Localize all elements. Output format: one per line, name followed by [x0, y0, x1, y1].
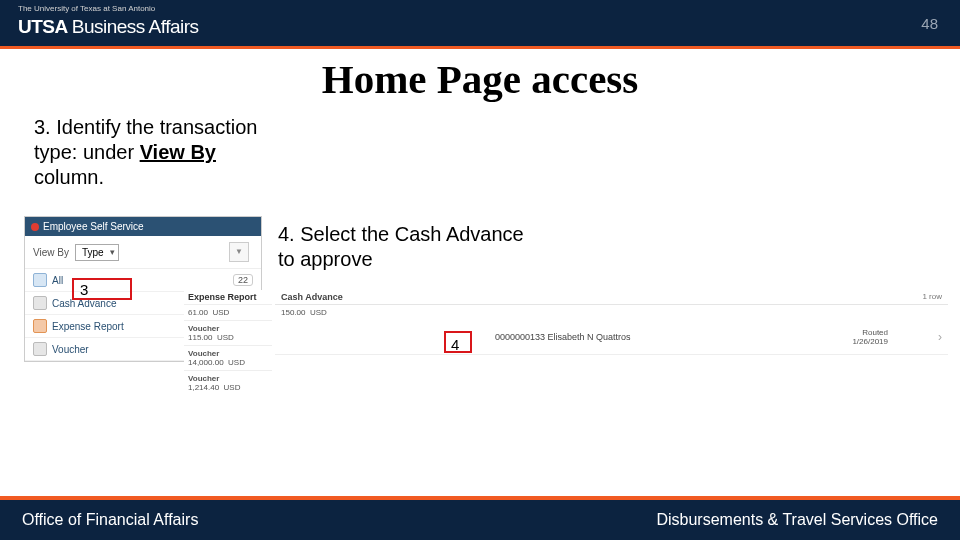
type-icon: [33, 273, 47, 287]
er-header: Expense Report: [184, 290, 272, 304]
er-row[interactable]: Voucher14,000.00 USD: [184, 345, 272, 370]
viewby-label: View By: [33, 247, 69, 258]
row-label: Voucher: [188, 349, 219, 358]
university-tagline: The University of Texas at San Antonio: [18, 4, 155, 13]
type-row-all[interactable]: All 22: [25, 269, 261, 292]
page-number: 48: [921, 15, 938, 32]
screenshot-cash-advance-panel: Cash Advance 1 row 150.00 USD 0000000133…: [275, 290, 948, 355]
ca-row-status-block: Routed 1/26/2019: [852, 328, 888, 346]
footer-bar: Office of Financial Affairs Disbursement…: [0, 500, 960, 540]
step3-suffix: column.: [34, 166, 104, 188]
ca-row-id: 0000000133 Elisabeth N Quattros: [495, 332, 631, 342]
type-icon: [33, 342, 47, 356]
step3-bold: View By: [140, 141, 216, 163]
filter-icon[interactable]: [229, 242, 249, 262]
slide-title: Home Page access: [0, 55, 960, 103]
step4-text: 4. Select the Cash Advance to approve: [278, 222, 538, 272]
viewby-row: View By Type: [25, 236, 261, 269]
callout3-number: 3: [80, 281, 88, 298]
viewby-dropdown[interactable]: Type: [75, 244, 119, 261]
ca-currency: USD: [310, 308, 327, 317]
type-icon: [33, 319, 47, 333]
callout4-number: 4: [451, 336, 459, 353]
type-name: All: [52, 275, 228, 286]
oracle-icon: [31, 223, 39, 231]
currency: USD: [224, 383, 241, 392]
utsa-logo: UTSABusiness Affairs: [18, 16, 199, 38]
ca-amount: 150.00: [281, 308, 305, 317]
type-icon: [33, 296, 47, 310]
type-count: 22: [233, 274, 253, 286]
row-label: Voucher: [188, 324, 219, 333]
logo-bold: UTSA: [18, 16, 68, 37]
amount: 1,214.40: [188, 383, 219, 392]
slide-footer: Office of Financial Affairs Disbursement…: [0, 496, 960, 540]
ca-header-label: Cash Advance: [281, 292, 343, 302]
ess-header: Employee Self Service: [25, 217, 261, 236]
ca-status: Routed: [862, 328, 888, 337]
amount: 14,000.00: [188, 358, 224, 367]
header-accent-line: [0, 46, 960, 49]
er-row[interactable]: 61.00 USD: [184, 304, 272, 320]
currency: USD: [212, 308, 229, 317]
currency: USD: [217, 333, 234, 342]
chevron-right-icon: ›: [938, 330, 942, 344]
step3-text: 3. Identify the transaction type: under …: [34, 115, 264, 190]
cash-advance-row[interactable]: 0000000133 Elisabeth N Quattros Routed 1…: [275, 320, 948, 355]
er-row[interactable]: Voucher115.00 USD: [184, 320, 272, 345]
screenshot-expense-list: Expense Report 61.00 USD Voucher115.00 U…: [184, 290, 272, 395]
logo-thin: Business Affairs: [72, 16, 199, 37]
ca-row-count: 1 row: [922, 292, 942, 302]
footer-left: Office of Financial Affairs: [22, 511, 198, 529]
footer-right: Disbursements & Travel Services Office: [656, 511, 938, 529]
er-row[interactable]: Voucher1,214.40 USD: [184, 370, 272, 395]
ca-amount-line: 150.00 USD: [275, 305, 948, 320]
currency: USD: [228, 358, 245, 367]
ess-label: Employee Self Service: [43, 221, 144, 232]
ca-date: 1/26/2019: [852, 337, 888, 346]
ca-header-row: Cash Advance 1 row: [275, 290, 948, 305]
row-label: Voucher: [188, 374, 219, 383]
slide-header: The University of Texas at San Antonio U…: [0, 0, 960, 46]
amount: 61.00: [188, 308, 208, 317]
amount: 115.00: [188, 333, 212, 342]
